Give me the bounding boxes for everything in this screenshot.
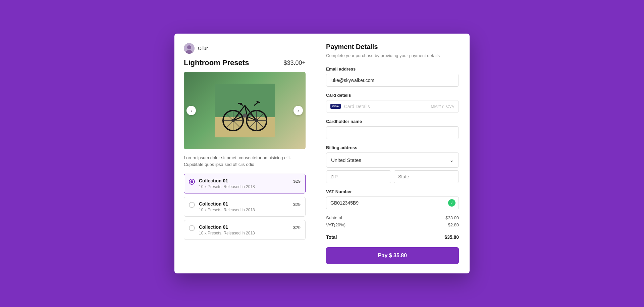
card-placeholder: Card Details — [344, 104, 428, 109]
seller-row: Oliur — [184, 43, 306, 54]
email-input[interactable] — [326, 74, 459, 87]
summary-divider — [326, 231, 459, 231]
radio-3 — [189, 225, 195, 231]
product-header: Lightroom Presets $33.00+ — [184, 58, 306, 67]
collection-name-2: Collection 01 — [199, 201, 289, 207]
payment-title: Payment Details — [326, 43, 459, 51]
vat-input-container: ✓ — [326, 196, 459, 209]
collection-name-1: Collection 01 — [199, 178, 289, 183]
cardholder-input[interactable] — [326, 126, 459, 139]
pay-button[interactable]: Pay $ 35.80 — [326, 247, 459, 264]
image-prev-button[interactable]: ‹ — [186, 106, 196, 115]
billing-label: Billing address — [326, 145, 459, 150]
vat-label: VAT Number — [326, 189, 459, 194]
vat-check-icon: ✓ — [448, 199, 455, 207]
vat-tax-value: $2.80 — [448, 222, 459, 227]
total-value: $35.80 — [444, 234, 459, 240]
product-price: $33.00+ — [283, 59, 306, 67]
avatar — [184, 43, 195, 54]
collection-name-3: Collection 01 — [199, 224, 289, 230]
visa-icon: VISA — [330, 104, 341, 109]
image-next-button[interactable]: › — [293, 106, 303, 115]
left-panel: Oliur Lightroom Presets $33.00+ — [174, 34, 315, 273]
country-name: United States — [331, 157, 361, 163]
product-image — [184, 72, 306, 149]
billing-group: Billing address United States ⌄ — [326, 145, 459, 183]
radio-2 — [189, 202, 195, 208]
product-image-container: ‹ › — [184, 72, 306, 149]
card-label: Card details — [326, 93, 459, 98]
payment-subtitle: Complete your purchase by providing your… — [326, 53, 459, 59]
subtotal-value: $33.00 — [445, 215, 459, 220]
svg-point-1 — [187, 45, 191, 49]
collection-list: Collection 01 10 x Presets. Released in … — [184, 174, 306, 240]
svg-point-26 — [243, 114, 247, 118]
country-select[interactable]: United States ⌄ — [326, 152, 459, 168]
collection-sub-3: 10 x Presets. Released in 2018 — [199, 231, 289, 235]
collection-sub-2: 10 x Presets. Released in 2018 — [199, 208, 289, 212]
total-row: Total $35.80 — [326, 234, 459, 240]
vat-row: VAT(20%) $2.80 — [326, 222, 459, 227]
collection-price-1: $29 — [293, 179, 301, 184]
card-details-box[interactable]: VISA Card Details MM/YY CVV — [326, 100, 459, 113]
collection-price-3: $29 — [293, 225, 301, 230]
vat-input[interactable] — [326, 196, 459, 209]
radio-1 — [189, 179, 195, 185]
right-panel: Payment Details Complete your purchase b… — [315, 34, 470, 273]
svg-point-25 — [255, 119, 258, 122]
subtotal-row: Subtotal $33.00 — [326, 215, 459, 220]
cardholder-label: Cardholder name — [326, 119, 459, 124]
vat-group: VAT Number ✓ — [326, 189, 459, 209]
seller-name: Oliur — [198, 46, 208, 51]
collection-item-3[interactable]: Collection 01 10 x Presets. Released in … — [184, 220, 306, 240]
zip-state-row — [326, 170, 459, 183]
email-label: Email address — [326, 67, 459, 72]
zip-input[interactable] — [326, 170, 391, 183]
svg-point-24 — [231, 119, 235, 122]
collection-item-2[interactable]: Collection 01 10 x Presets. Released in … — [184, 197, 306, 217]
collection-sub-1: 10 x Presets. Released in 2018 — [199, 184, 289, 189]
collection-item-1[interactable]: Collection 01 10 x Presets. Released in … — [184, 174, 306, 193]
subtotal-label: Subtotal — [326, 215, 342, 220]
vat-tax-label: VAT(20%) — [326, 222, 345, 227]
state-input[interactable] — [394, 170, 459, 183]
chevron-down-icon: ⌄ — [449, 157, 454, 163]
total-label: Total — [326, 234, 337, 240]
card-group: Card details VISA Card Details MM/YY CVV — [326, 93, 459, 113]
email-group: Email address — [326, 67, 459, 87]
product-title: Lightroom Presets — [184, 58, 249, 67]
product-description: Lorem ipsum dolor sit amet, consectetur … — [184, 155, 306, 168]
card-date-cvv: MM/YY CVV — [431, 104, 454, 109]
collection-price-2: $29 — [293, 202, 301, 207]
cardholder-group: Cardholder name — [326, 119, 459, 139]
